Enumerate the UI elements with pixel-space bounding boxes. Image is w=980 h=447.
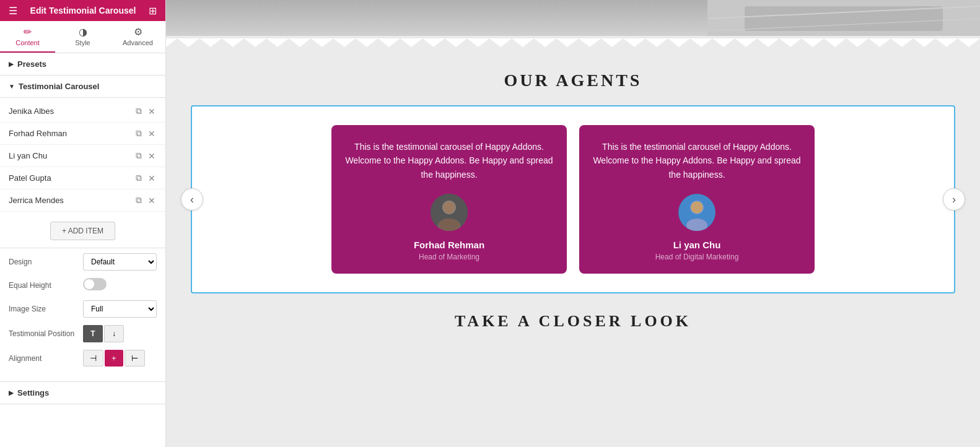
remove-icon-1[interactable]: ✕	[147, 128, 157, 140]
position-btn-group: T ↓	[83, 325, 157, 342]
remove-icon-0[interactable]: ✕	[147, 105, 157, 118]
testimonial-card-1: This is the testimonial carousel of Happ…	[331, 125, 567, 274]
take-closer-look-heading: TAKE A CLOSER LOOK	[191, 312, 955, 331]
image-size-select[interactable]: Full Medium Thumbnail	[83, 300, 157, 318]
avatar-1	[431, 194, 468, 231]
testimonial-name-2: Li yan Chu	[673, 240, 721, 250]
list-item-actions: ⧉ ✕	[134, 171, 157, 184]
list-item: Li yan Chu ⧉ ✕	[0, 145, 165, 167]
svg-point-7	[443, 201, 455, 214]
testimonial-section-label: Testimonial Carousel	[19, 82, 100, 91]
tab-style-label: Style	[75, 39, 90, 46]
grid-icon[interactable]: ⊞	[149, 5, 157, 17]
alignment-btn-group: ⊣ + ⊢	[83, 350, 157, 367]
align-right-btn[interactable]: ⊢	[125, 350, 145, 367]
testimonial-role-1: Head of Marketing	[419, 253, 479, 261]
svg-rect-1	[745, 6, 943, 31]
avatar-2	[678, 194, 715, 231]
list-items: Jenika Albes ⧉ ✕ Forhad Rehman ⧉ ✕ Li ya…	[0, 98, 165, 214]
design-row: Design Default Style 1 Style 2	[9, 253, 157, 271]
page-content: OUR AGENTS ‹ This is the testimonial car…	[166, 58, 980, 343]
list-item: Patel Gupta ⧉ ✕	[0, 167, 165, 189]
list-item-actions: ⧉ ✕	[134, 105, 157, 118]
settings-section: ▶ Settings	[0, 381, 165, 404]
panel-header-title: Edit Testimonial Carousel	[30, 6, 136, 15]
stairs-image	[707, 0, 980, 36]
testimonial-text-2: This is the testimonial carousel of Happ…	[592, 140, 802, 181]
list-item-label: Jerrica Mendes	[9, 196, 134, 205]
testimonial-section-header[interactable]: ▼ Testimonial Carousel	[0, 76, 165, 98]
list-item-label: Forhad Rehman	[9, 129, 134, 138]
carousel-next-button[interactable]: ›	[943, 188, 965, 210]
duplicate-icon-4[interactable]: ⧉	[134, 194, 143, 207]
align-left-btn[interactable]: ⊣	[83, 350, 103, 367]
our-agents-heading: OUR AGENTS	[191, 71, 955, 90]
list-item-actions: ⧉ ✕	[134, 149, 157, 162]
alignment-control: ⊣ + ⊢	[83, 350, 157, 367]
equal-height-row: Equal Height	[9, 278, 157, 293]
panel-tabs: ✏ Content ◑ Style ⚙ Advanced	[0, 21, 165, 53]
tab-content-label: Content	[15, 39, 40, 46]
testimonial-name-1: Forhad Rehman	[414, 240, 484, 250]
settings-section-header[interactable]: ▶ Settings	[0, 382, 165, 404]
top-image-area	[166, 0, 980, 36]
list-item-actions: ⧉ ✕	[134, 127, 157, 140]
zigzag-area	[166, 36, 980, 58]
design-label: Design	[9, 258, 83, 266]
remove-icon-4[interactable]: ✕	[147, 194, 157, 207]
cards-container: This is the testimonial carousel of Happ…	[217, 125, 929, 274]
settings-label: Settings	[17, 388, 49, 397]
panel-header: ☰ Edit Testimonial Carousel ⊞	[0, 0, 165, 21]
tab-style[interactable]: ◑ Style	[55, 21, 110, 53]
align-center-btn[interactable]: +	[105, 350, 123, 367]
duplicate-icon-1[interactable]: ⧉	[134, 127, 143, 140]
settings-chevron: ▶	[9, 389, 14, 396]
presets-section-header[interactable]: ▶ Presets	[0, 53, 165, 76]
testimonial-position-control: T ↓	[83, 325, 157, 342]
presets-chevron: ▶	[9, 61, 14, 67]
image-size-row: Image Size Full Medium Thumbnail	[9, 300, 157, 318]
top-image	[166, 0, 980, 36]
tab-advanced[interactable]: ⚙ Advanced	[110, 21, 165, 53]
image-size-control: Full Medium Thumbnail	[83, 300, 157, 318]
testimonial-role-2: Head of Digital Marketing	[655, 253, 739, 261]
form-fields: Design Default Style 1 Style 2 Equal Hei…	[0, 248, 165, 379]
duplicate-icon-0[interactable]: ⧉	[134, 105, 143, 118]
add-item-button[interactable]: + ADD ITEM	[50, 222, 115, 240]
right-content: OUR AGENTS ‹ This is the testimonial car…	[166, 0, 980, 447]
svg-point-12	[691, 201, 703, 214]
carousel-wrapper: ‹ This is the testimonial carousel of Ha…	[191, 105, 955, 293]
style-tab-icon: ◑	[79, 26, 87, 38]
advanced-tab-icon: ⚙	[134, 26, 142, 38]
position-top-btn[interactable]: T	[83, 325, 103, 342]
list-item: Jenika Albes ⧉ ✕	[0, 100, 165, 123]
duplicate-icon-2[interactable]: ⧉	[134, 149, 143, 162]
content-tab-icon: ✏	[24, 26, 32, 38]
list-item: Forhad Rehman ⧉ ✕	[0, 123, 165, 145]
duplicate-icon-3[interactable]: ⧉	[134, 171, 143, 184]
equal-height-label: Equal Height	[9, 281, 83, 290]
testimonial-text-1: This is the testimonial carousel of Happ…	[344, 140, 554, 181]
alignment-label: Alignment	[9, 354, 83, 363]
list-item-label: Jenika Albes	[9, 106, 134, 116]
list-item-label: Li yan Chu	[9, 151, 134, 160]
hamburger-icon[interactable]: ☰	[9, 5, 17, 17]
testimonial-chevron: ▼	[9, 83, 15, 90]
equal-height-toggle[interactable]	[83, 278, 107, 290]
position-bottom-btn[interactable]: ↓	[104, 325, 124, 342]
toggle-slider	[83, 278, 107, 290]
presets-label: Presets	[17, 59, 46, 69]
tab-content[interactable]: ✏ Content	[0, 21, 55, 53]
testimonial-card-2: This is the testimonial carousel of Happ…	[579, 125, 815, 274]
carousel-prev-button[interactable]: ‹	[181, 188, 203, 210]
left-panel: ☰ Edit Testimonial Carousel ⊞ ✏ Content …	[0, 0, 166, 447]
remove-icon-2[interactable]: ✕	[147, 150, 157, 162]
design-select[interactable]: Default Style 1 Style 2	[83, 253, 157, 271]
testimonial-position-row: Testimonial Position T ↓	[9, 325, 157, 342]
remove-icon-3[interactable]: ✕	[147, 172, 157, 184]
list-item-label: Patel Gupta	[9, 173, 134, 183]
alignment-row: Alignment ⊣ + ⊢	[9, 350, 157, 367]
image-size-label: Image Size	[9, 305, 83, 313]
equal-height-control	[83, 278, 157, 293]
tab-advanced-label: Advanced	[123, 39, 153, 46]
